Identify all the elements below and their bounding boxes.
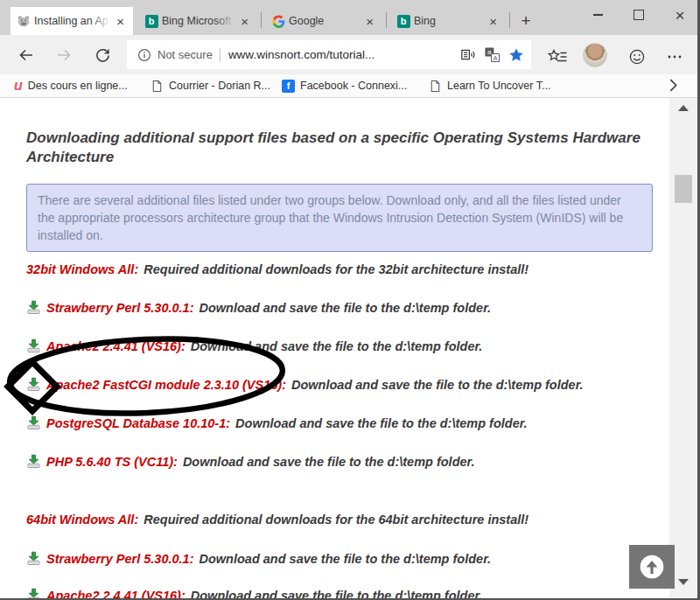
section-heading-64bit: 64bit Windows All:Required additional do… [26,513,528,527]
tab-bing-microsoft[interactable]: b Bing Microsoft × [138,7,257,35]
tab-google[interactable]: Google × [265,7,382,35]
bing-favicon: b [144,14,158,28]
browser-window: { "window": { "tabs": [ {"title": "Insta… [0,0,700,600]
tab-close-icon[interactable]: × [486,14,500,29]
download-icon [26,454,41,469]
address-field[interactable]: Not secure www.winsnort.com/tutorial... … [127,40,531,69]
download-icon [26,377,41,392]
download-icon [26,300,41,315]
favorite-label: Learn To Uncover T... [447,80,550,92]
tab-close-icon[interactable]: × [238,14,251,29]
favorite-label: Des cours en ligne... [28,80,128,92]
tab-title: Bing [414,15,483,27]
forward-arrow-icon [55,46,73,64]
download-note: Download and save the file to the d:\tem… [191,339,483,353]
bing-favicon: b [396,14,410,28]
svg-text:A: A [494,55,498,62]
profile-avatar[interactable] [583,43,607,67]
favorite-learn[interactable]: Learn To Uncover T... [429,78,550,94]
smiley-icon [628,48,646,66]
tab-separator [509,12,510,28]
read-aloud-button[interactable] [459,46,476,63]
google-favicon [271,14,285,28]
download-row-strawberry-perl-64: Strawberry Perl 5.30.0.1: Download and s… [26,551,491,566]
notice-box: There are several additional files liste… [26,184,653,252]
tab-separator [386,12,387,28]
maximize-icon [634,10,644,20]
new-tab-button[interactable]: + [514,7,537,35]
download-note: Download and save the file to the d:\tem… [199,552,491,566]
download-row-postgresql-32: PostgreSQL Database 10.10-1: Download an… [26,415,528,430]
tab-installing[interactable]: Installing an Ap × [10,7,133,35]
tab-title: Installing an Ap [34,15,110,27]
download-row-fastcgi-32: Apache2 FastCGI module 2.3.10 (VS16): Do… [26,377,584,392]
scrollbar-down-arrow-icon[interactable] [678,579,689,585]
download-icon [26,415,41,430]
download-note: Download and save the file to the d:\tem… [183,455,475,469]
back-arrow-icon [18,46,35,64]
download-row-php-32: PHP 5.6.40 TS (VC11): Download and save … [26,454,474,469]
info-icon[interactable] [137,48,151,62]
section-title-text: 32bit Windows All: [26,262,138,276]
tab-title: Google [289,15,360,27]
address-divider [220,48,220,62]
download-link[interactable]: Strawberry Perl 5.30.0.1: [46,552,193,566]
refresh-button[interactable] [89,42,116,68]
feedback-button[interactable] [624,44,650,70]
winsnort-boar-favicon [17,14,31,28]
download-row-strawberry-perl-32: Strawberry Perl 5.30.0.1: Download and s… [26,300,491,315]
close-button[interactable]: × [660,0,700,30]
favorite-star-button[interactable] [508,47,524,63]
download-note: Download and save the file to the d:\tem… [199,301,491,315]
minimize-icon [593,14,603,16]
forward-button[interactable] [51,42,77,68]
facebook-icon: f [282,80,295,93]
star-icon [508,47,524,63]
refresh-icon [94,47,111,64]
download-link[interactable]: PHP 5.6.40 TS (VC11): [46,455,178,469]
maximize-button[interactable] [619,0,659,30]
download-icon [26,551,41,566]
download-icon [26,338,41,353]
minimize-button[interactable] [578,0,618,30]
tab-close-icon[interactable]: × [114,14,127,29]
section-subtitle-text: Required additional downloads for the 64… [144,513,528,527]
tab-close-icon[interactable]: × [363,14,376,29]
section-subtitle-text: Required additional downloads for the 32… [144,262,528,276]
udemy-icon: u [14,79,23,93]
section-title-text: 64bit Windows All: [26,513,138,527]
page-icon [150,80,164,93]
ellipsis-icon [666,48,683,66]
favorites-hub-icon [548,49,568,66]
favorites-hub-button[interactable] [544,44,570,70]
url-text[interactable]: www.winsnort.com/tutorial... [228,48,452,61]
favorite-courrier[interactable]: Courrier - Dorian R... [150,78,270,94]
tab-separator [261,12,262,28]
translate-icon: aA [484,46,500,63]
favorite-label: Courrier - Dorian R... [169,80,270,92]
translate-button[interactable]: aA [484,46,500,63]
back-button[interactable] [13,42,39,68]
download-link[interactable]: Apache2 2.4.41 (VS16): [46,339,186,353]
favorites-overflow-button[interactable] [668,78,678,96]
download-link[interactable]: Apache2 FastCGI module 2.3.10 (VS16): [46,378,286,392]
download-note: Download and save the file to the d:\tem… [235,416,528,430]
security-label: Not secure [158,48,213,61]
page-scrollbar[interactable] [669,98,697,598]
tab-title: Bing Microsoft [162,15,234,27]
download-link[interactable]: PostgreSQL Database 10.10-1: [46,416,230,430]
page-icon [429,80,442,93]
favorite-udemy[interactable]: u Des cours en ligne... [14,78,128,94]
favorite-facebook[interactable]: f Facebook - Connexi... [282,78,407,94]
read-aloud-icon [459,46,476,63]
settings-menu-button[interactable] [662,44,688,70]
favorite-label: Facebook - Connexi... [300,80,407,92]
scrollbar-thumb[interactable] [675,175,692,203]
chevron-right-icon [668,78,678,93]
tab-bing[interactable]: b Bing × [390,7,506,35]
section-heading-32bit: 32bit Windows All:Required additional do… [26,262,528,276]
scroll-to-top-button[interactable] [629,545,675,589]
download-note: Download and save the file to the d:\tem… [291,378,584,392]
scrollbar-up-arrow-icon[interactable] [678,105,689,111]
download-link[interactable]: Strawberry Perl 5.30.0.1: [46,301,193,315]
